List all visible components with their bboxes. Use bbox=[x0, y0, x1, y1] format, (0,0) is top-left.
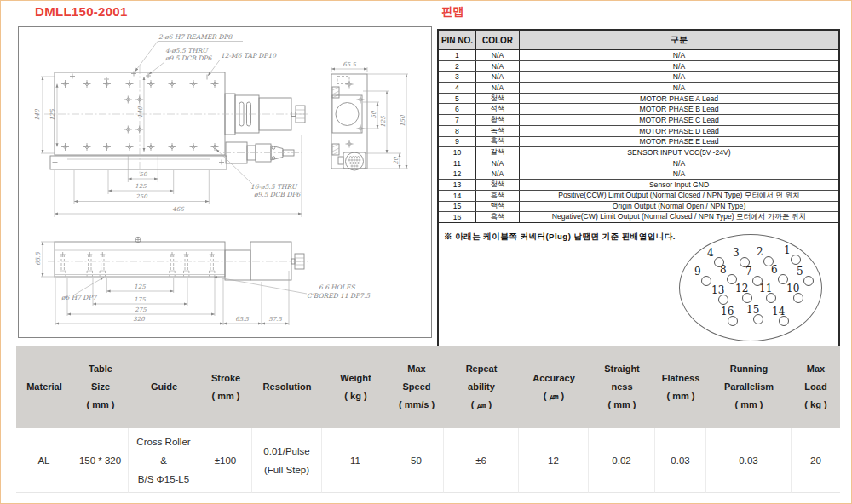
spec-value-cell: 0.01/Pulse (Full Step) bbox=[252, 428, 322, 493]
pin-color-cell: 황색 bbox=[475, 115, 520, 125]
connector-pin-diagram: 4 3 2 1 9 bbox=[439, 223, 838, 347]
connector-pin-number: 9 bbox=[694, 266, 701, 278]
svg-text:150: 150 bbox=[400, 115, 406, 127]
svg-text:175: 175 bbox=[134, 296, 146, 303]
svg-text:65.5: 65.5 bbox=[235, 316, 249, 323]
pin-desc-cell: MOTOR PHASE C Lead bbox=[520, 115, 838, 125]
spec-value-cell: 0.02 bbox=[589, 428, 655, 493]
pinmap-section-title: 핀맵 bbox=[441, 4, 464, 20]
connector-pin: 1 bbox=[791, 255, 801, 265]
spec-column: Running Parallelism ( mm ) 0.03 bbox=[706, 346, 792, 493]
pin-desc-cell: N/A bbox=[520, 61, 838, 72]
spec-header-cell: Repeat ability ( ㎛ ) bbox=[444, 346, 519, 428]
spec-column: Max Speed ( mm/s ) 50 bbox=[389, 346, 444, 493]
svg-text:466: 466 bbox=[172, 206, 184, 213]
svg-text:65.5: 65.5 bbox=[343, 61, 356, 68]
pin-table-row: 1 N/A N/A bbox=[439, 50, 838, 60]
connector-pin-number: 10 bbox=[786, 283, 799, 295]
spec-value-cell: AL bbox=[16, 428, 72, 493]
spec-column: Stroke ( mm ) ±100 bbox=[199, 346, 252, 493]
pin-color-cell: 청색 bbox=[475, 180, 520, 190]
spec-value-cell: 0.03 bbox=[706, 428, 792, 493]
connector-pin-number: 12 bbox=[735, 283, 748, 295]
svg-text:50: 50 bbox=[371, 111, 377, 118]
svg-text:125: 125 bbox=[49, 109, 56, 121]
color-header: COLOR bbox=[475, 31, 520, 49]
svg-text:65.5: 65.5 bbox=[35, 252, 42, 266]
pin-table-row: 4 N/A N/A bbox=[439, 82, 838, 93]
connector-pin-number: 8 bbox=[720, 264, 727, 276]
spec-value-cell: 150 * 320 bbox=[72, 428, 129, 493]
spec-header-cell: Resolution bbox=[252, 346, 322, 428]
pin-desc-cell: N/A bbox=[520, 83, 838, 93]
pin-number-cell: 5 bbox=[439, 94, 475, 104]
pin-table-row: 3 N/A N/A bbox=[439, 71, 838, 82]
connector-pin-number: 7 bbox=[746, 266, 752, 278]
pin-number-cell: 11 bbox=[439, 158, 475, 169]
pin-color-cell: N/A bbox=[475, 50, 520, 60]
pin-number-cell: 7 bbox=[439, 115, 475, 125]
spec-value-cell: ±6 bbox=[444, 428, 519, 493]
end-view-dimensions: 65.5 50 125 150 20 bbox=[331, 61, 408, 169]
desc-header: 구분 bbox=[520, 31, 838, 49]
pin-desc-cell: MOTOR PHASE B Lead bbox=[520, 104, 838, 114]
spec-value-cell: ±100 bbox=[199, 428, 252, 493]
svg-text:ø6 H7 DP7: ø6 H7 DP7 bbox=[61, 294, 97, 301]
page: DMLL150-2001 핀맵 bbox=[0, 0, 852, 504]
connector-pin-number: 11 bbox=[759, 283, 772, 295]
pin-number-cell: 15 bbox=[439, 202, 475, 212]
pin-color-cell: 녹색 bbox=[475, 126, 520, 136]
spec-column: Weight ( kg ) 11 bbox=[322, 346, 389, 493]
cad-drawing: 140 125 140 50 125 250 466 bbox=[19, 27, 431, 337]
spec-value-cell: 12 bbox=[519, 428, 589, 493]
spec-header-cell: Straight ness ( mm ) bbox=[589, 346, 655, 428]
spec-column: Guide Cross Roller & B/S Φ15-L5 bbox=[129, 346, 199, 493]
end-view: 65.5 50 125 150 20 bbox=[331, 61, 408, 171]
pin-color-cell: 적색 bbox=[475, 104, 520, 114]
pin-number-cell: 9 bbox=[439, 137, 475, 147]
pin-table-body: 1 N/A N/A 2 N/A N/A 3 N/A N/A 4 bbox=[439, 50, 838, 222]
pin-table-header-row: PIN NO. COLOR 구분 bbox=[439, 31, 838, 50]
pin-desc-cell: MOTOR PHASE E Lead bbox=[520, 137, 838, 147]
pin-number-cell: 14 bbox=[439, 191, 475, 201]
pin-desc-cell: MOTOR PHASE A Lead bbox=[520, 94, 838, 104]
spec-value-cell: 50 bbox=[389, 428, 444, 493]
svg-text:4-ø5.5 THRU: 4-ø5.5 THRU bbox=[165, 47, 209, 54]
spec-header-cell: Max Speed ( mm/s ) bbox=[389, 346, 444, 428]
pin-color-cell: 청색 bbox=[475, 94, 520, 104]
connector-pin-number: 3 bbox=[733, 247, 740, 259]
pin-color-cell: N/A bbox=[475, 72, 520, 82]
pin-table-row: 7 황색 MOTOR PHASE C Lead bbox=[439, 114, 838, 125]
spec-value-cell: 20 bbox=[792, 428, 840, 493]
pin-number-cell: 1 bbox=[439, 50, 475, 60]
top-view: 140 125 140 50 125 250 466 bbox=[34, 33, 308, 217]
pin-number-cell: 2 bbox=[439, 61, 475, 72]
pin-desc-cell: Negative(CW) Limit Output (Normal Closed… bbox=[520, 212, 838, 222]
pin-color-cell: N/A bbox=[475, 61, 520, 72]
pin-table-row: 6 적색 MOTOR PHASE B Lead bbox=[439, 103, 838, 114]
svg-text:ø9.5 DCB DP6: ø9.5 DCB DP6 bbox=[254, 191, 302, 198]
pin-desc-cell: Positive(CCW) Limit Output (Normal Close… bbox=[520, 191, 838, 201]
spec-column: Table Size ( mm ) 150 * 320 bbox=[72, 346, 129, 493]
spec-header-cell: Flatness ( mm ) bbox=[655, 346, 706, 428]
connector-pin: 11 bbox=[766, 293, 776, 303]
pin-table-row: 16 흑색 Negative(CW) Limit Output (Normal … bbox=[439, 211, 838, 222]
spec-value-cell: 11 bbox=[322, 428, 389, 493]
pin-table-row: 13 청색 Sensor Input GND bbox=[439, 179, 838, 190]
spec-header-cell: Material bbox=[16, 346, 72, 428]
pin-desc-cell: N/A bbox=[520, 50, 838, 60]
connector-pin-number: 5 bbox=[797, 266, 803, 278]
svg-text:57.5: 57.5 bbox=[268, 316, 282, 323]
spec-header-cell: Accuracy ( ㎛ ) bbox=[519, 346, 589, 428]
pin-number-cell: 3 bbox=[439, 72, 475, 82]
connector-note-box: ※ 아래는 케이블쪽 커넥터(Plug) 납땜면 기준 핀배열입니다. 4 3 … bbox=[439, 222, 838, 347]
svg-text:125: 125 bbox=[134, 284, 146, 290]
pin-color-cell: 갈색 bbox=[475, 147, 520, 158]
svg-text:C'BORED 11 DP7.5: C'BORED 11 DP7.5 bbox=[307, 292, 371, 300]
svg-text:275: 275 bbox=[135, 306, 147, 313]
svg-text:125: 125 bbox=[135, 183, 147, 190]
spec-column: Max Load ( kg ) 20 bbox=[792, 346, 840, 493]
page-title: DMLL150-2001 bbox=[35, 4, 128, 19]
pin-color-cell: 흑색 bbox=[475, 137, 520, 147]
technical-drawing-panel: 140 125 140 50 125 250 466 bbox=[18, 26, 432, 338]
